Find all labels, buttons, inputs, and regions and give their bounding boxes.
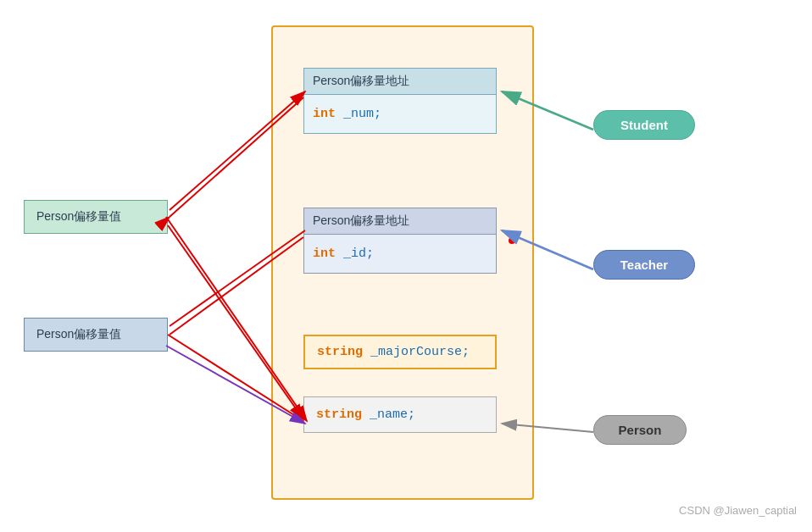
student-person-block: Person偏移量地址 int _num; [303,68,497,134]
student-pill: Student [593,110,695,140]
student-person-header: Person偏移量地址 [304,69,496,95]
teacher-person-body: int _id; [304,235,496,273]
name-var: _name; [370,407,415,422]
person-pill: Person [593,415,687,445]
watermark: CSDN @Jiawen_captial [679,504,797,517]
diagram-container: Person偏移量地址 int _num; Person偏移量地址 int _i… [0,0,812,532]
major-course-block: string _majorCourse; [303,335,497,369]
person-offset-value-bottom: Person偏移量值 [24,318,168,352]
student-person-body: int _num; [304,95,496,133]
teacher-person-block: Person偏移量地址 int _id; [303,208,497,274]
teacher-pill: Teacher [593,250,695,280]
int-keyword-1: int [313,107,336,121]
person-offset-value-top: Person偏移量值 [24,200,168,234]
num-var: _num; [343,107,381,121]
int-keyword-2: int [313,247,336,261]
red-dot [509,237,515,244]
teacher-person-header: Person偏移量地址 [304,208,496,235]
string-keyword-1: string [317,345,363,359]
major-var: _majorCourse; [370,345,470,359]
string-keyword-2: string [316,407,362,422]
id-var: _id; [343,247,374,261]
name-block: string _name; [303,396,497,433]
